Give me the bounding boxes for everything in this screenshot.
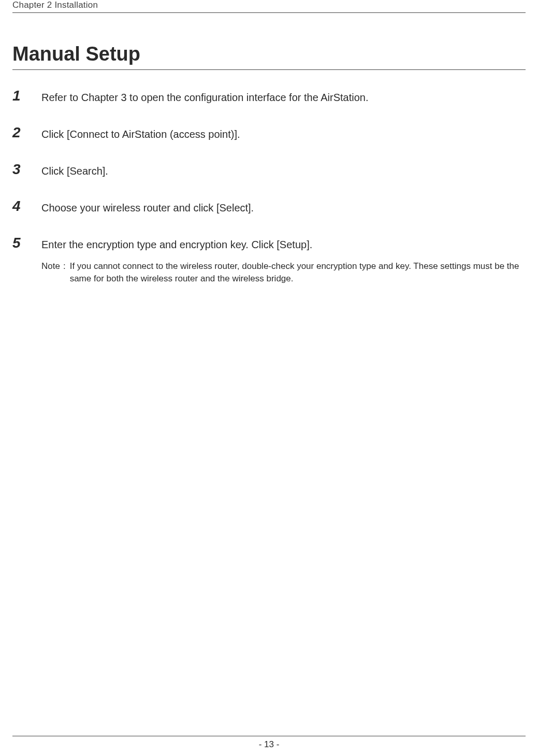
step-text: Enter the encryption type and encryption…: [41, 238, 526, 252]
step-number: 4: [12, 199, 41, 213]
steps-list: 1 Refer to Chapter 3 to open the configu…: [12, 89, 526, 285]
step-text: Click [Connect to AirStation (access poi…: [41, 127, 526, 141]
step-number: 5: [12, 236, 41, 250]
page-number: - 13 -: [259, 739, 280, 749]
step-body: Click [Connect to AirStation (access poi…: [41, 125, 526, 141]
step-number: 1: [12, 89, 41, 103]
step-1: 1 Refer to Chapter 3 to open the configu…: [12, 89, 526, 105]
step-4: 4 Choose your wireless router and click …: [12, 199, 526, 215]
page-footer: - 13 -: [12, 736, 526, 750]
note: Note : If you cannot connect to the wire…: [41, 260, 526, 285]
step-3: 3 Click [Search].: [12, 162, 526, 178]
note-text: If you cannot connect to the wireless ro…: [70, 260, 526, 285]
section-title: Manual Setup: [12, 43, 526, 70]
step-5: 5 Enter the encryption type and encrypti…: [12, 236, 526, 285]
note-colon: :: [63, 260, 70, 273]
step-body: Click [Search].: [41, 162, 526, 178]
step-text: Click [Search].: [41, 164, 526, 178]
step-2: 2 Click [Connect to AirStation (access p…: [12, 125, 526, 141]
step-body: Enter the encryption type and encryption…: [41, 236, 526, 285]
step-body: Choose your wireless router and click [S…: [41, 199, 526, 215]
step-body: Refer to Chapter 3 to open the configura…: [41, 89, 526, 105]
step-number: 2: [12, 125, 41, 140]
step-number: 3: [12, 162, 41, 177]
chapter-header: Chapter 2 Installation: [12, 0, 526, 13]
step-text: Choose your wireless router and click [S…: [41, 201, 526, 215]
note-label: Note: [41, 260, 63, 273]
step-text: Refer to Chapter 3 to open the configura…: [41, 91, 526, 105]
